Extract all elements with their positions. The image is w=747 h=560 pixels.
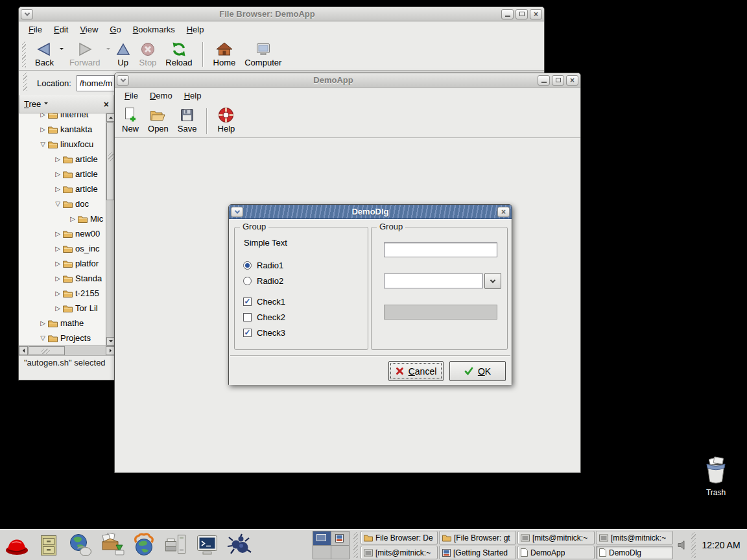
- workspace-1[interactable]: [313, 531, 331, 545]
- launcher-package-manager-icon[interactable]: [99, 532, 125, 558]
- close-button[interactable]: ×: [566, 75, 578, 86]
- tree-horizontal-scrollbar[interactable]: [19, 345, 115, 355]
- menu-help[interactable]: Help: [178, 89, 208, 102]
- radio-radio2[interactable]: Radio2: [243, 273, 283, 288]
- tree-expander-closed-icon[interactable]: ▷: [38, 113, 47, 118]
- close-button[interactable]: ×: [497, 207, 510, 217]
- combo-entry[interactable]: [384, 274, 483, 288]
- tree-item-kantakta[interactable]: ▷kantakta: [19, 122, 106, 137]
- launcher-web-browser-icon[interactable]: [67, 532, 93, 558]
- tree-expander-closed-icon[interactable]: ▷: [53, 275, 62, 282]
- window-menu-button[interactable]: [231, 207, 243, 217]
- tree-vertical-scrollbar[interactable]: [106, 113, 114, 345]
- scroll-left-button[interactable]: [19, 346, 28, 355]
- launcher-mozilla-browser-icon[interactable]: [131, 532, 157, 558]
- checkbox-check3[interactable]: ✓Check3: [243, 325, 285, 340]
- tree-expander-closed-icon[interactable]: ▷: [53, 170, 62, 178]
- menu-go[interactable]: Go: [104, 23, 126, 36]
- toolbar-save-button[interactable]: Save: [173, 106, 202, 134]
- checkbox-check2[interactable]: Check2: [243, 309, 285, 325]
- close-button[interactable]: ×: [530, 9, 542, 19]
- tree-item-article[interactable]: ▷article: [19, 181, 106, 196]
- launcher-red-hat-menu-icon[interactable]: [4, 532, 30, 558]
- toolbar-back-button[interactable]: Back: [30, 40, 58, 68]
- tree-item-doc[interactable]: ▽doc: [19, 196, 106, 211]
- tree-item-mic[interactable]: ▷Mic: [19, 211, 106, 226]
- tree-expander-open-icon[interactable]: ▽: [38, 334, 47, 342]
- minimize-button[interactable]: [538, 75, 550, 86]
- task-button--file-browser-gt[interactable]: [File Browser: gt: [439, 531, 516, 544]
- task-button-demoapp[interactable]: DemoApp: [517, 546, 595, 559]
- demodlg-titlebar[interactable]: DemoDlg ×: [229, 205, 512, 219]
- tree-item-platfor[interactable]: ▷platfor: [19, 256, 106, 271]
- task-button-demodlg[interactable]: DemoDlg: [596, 546, 673, 559]
- tree-item-projects[interactable]: ▽Projects: [19, 331, 106, 345]
- minimize-button[interactable]: [501, 9, 514, 19]
- tree-expander-closed-icon[interactable]: ▷: [53, 305, 62, 312]
- back-dropdown-arrow[interactable]: [58, 47, 65, 53]
- tree-expander-closed-icon[interactable]: ▷: [38, 320, 47, 327]
- panel-drag-handle[interactable]: [353, 532, 358, 558]
- combo-dropdown-button[interactable]: [484, 273, 501, 289]
- tree-item-mathe[interactable]: ▷mathe: [19, 316, 106, 331]
- tree-item-article[interactable]: ▷article: [19, 167, 106, 181]
- menu-view[interactable]: View: [74, 23, 104, 36]
- tree-item-article[interactable]: ▷article: [19, 152, 106, 167]
- clock[interactable]: 12:20 AM: [695, 530, 747, 560]
- menu-file[interactable]: File: [23, 23, 48, 36]
- tree-item-linuxfocu[interactable]: ▽linuxfocu: [19, 137, 106, 152]
- menu-file[interactable]: File: [119, 89, 144, 102]
- tree-expander-closed-icon[interactable]: ▷: [53, 290, 62, 297]
- tree-item-new00[interactable]: ▷new00: [19, 226, 106, 241]
- tree-item-standa[interactable]: ▷Standa: [19, 271, 106, 286]
- tree-expander-open-icon[interactable]: ▽: [53, 200, 62, 207]
- checkbox-check1[interactable]: ✓Check1: [243, 294, 285, 309]
- window-menu-button[interactable]: [21, 9, 33, 19]
- ok-button[interactable]: OK: [449, 361, 506, 381]
- scroll-up-button[interactable]: [106, 113, 114, 122]
- side-pane-selector[interactable]: Tree: [24, 99, 41, 109]
- tree-expander-closed-icon[interactable]: ▷: [53, 185, 62, 192]
- tree-expander-closed-icon[interactable]: ▷: [53, 245, 62, 252]
- tree-expander-open-icon[interactable]: ▽: [38, 141, 47, 148]
- demoapp-titlebar[interactable]: DemoApp ×: [115, 73, 580, 88]
- scroll-down-button[interactable]: [106, 337, 114, 345]
- maximize-button[interactable]: [516, 9, 528, 19]
- workspace-4[interactable]: [331, 546, 349, 559]
- menu-bookmarks[interactable]: Bookmarks: [127, 23, 181, 36]
- launcher-terminal-icon[interactable]: [195, 532, 220, 558]
- launcher-printer-config-icon[interactable]: [163, 532, 189, 558]
- scrollbar-thumb[interactable]: [106, 122, 114, 200]
- toolbar-new-button[interactable]: New: [117, 106, 143, 134]
- task-button--mits-mitnick-[interactable]: [mits@mitnick:~: [361, 546, 438, 559]
- tree-expander-closed-icon[interactable]: ▷: [53, 230, 62, 237]
- trash-desktop-icon[interactable]: Trash: [699, 456, 733, 497]
- toolbar-reload-button[interactable]: Reload: [161, 40, 196, 68]
- volume-icon[interactable]: [677, 540, 688, 553]
- scroll-right-button[interactable]: [106, 346, 115, 355]
- location-bar-drag-handle[interactable]: [23, 73, 27, 91]
- tree-expander-closed-icon[interactable]: ▷: [53, 260, 62, 267]
- launcher-bug-report-icon[interactable]: [226, 532, 252, 558]
- task-button-file-browser-de[interactable]: File Browser: De: [361, 531, 438, 544]
- radio-radio1[interactable]: Radio1: [243, 257, 283, 273]
- scrollbar-thumb[interactable]: [29, 346, 65, 355]
- toolbar-computer-button[interactable]: Computer: [240, 40, 286, 68]
- tree-expander-closed-icon[interactable]: ▷: [53, 156, 62, 163]
- desktop[interactable]: File Browser: DemoApp × FileEditViewGoBo…: [0, 0, 747, 560]
- maximize-button[interactable]: [552, 75, 564, 86]
- tree-expander-closed-icon[interactable]: ▷: [68, 215, 77, 222]
- combo-box[interactable]: [384, 273, 501, 289]
- workspace-2[interactable]: [331, 531, 349, 545]
- window-menu-button[interactable]: [117, 75, 129, 86]
- menu-edit[interactable]: Edit: [48, 23, 74, 36]
- file-browser-titlebar[interactable]: File Browser: DemoApp ×: [19, 7, 544, 21]
- side-pane-selector-arrow-icon[interactable]: [44, 102, 48, 106]
- task-button--mits-mitnick-[interactable]: [mits@mitnick:~: [517, 531, 595, 544]
- task-button--getting-started[interactable]: [Getting Started: [439, 546, 516, 559]
- text-input[interactable]: [384, 242, 497, 257]
- toolbar-home-button[interactable]: Home: [209, 40, 241, 68]
- cancel-button[interactable]: Cancel: [388, 361, 444, 381]
- tree-item-os_inc[interactable]: ▷os_inc: [19, 241, 106, 256]
- toolbar-drag-handle[interactable]: [22, 41, 26, 67]
